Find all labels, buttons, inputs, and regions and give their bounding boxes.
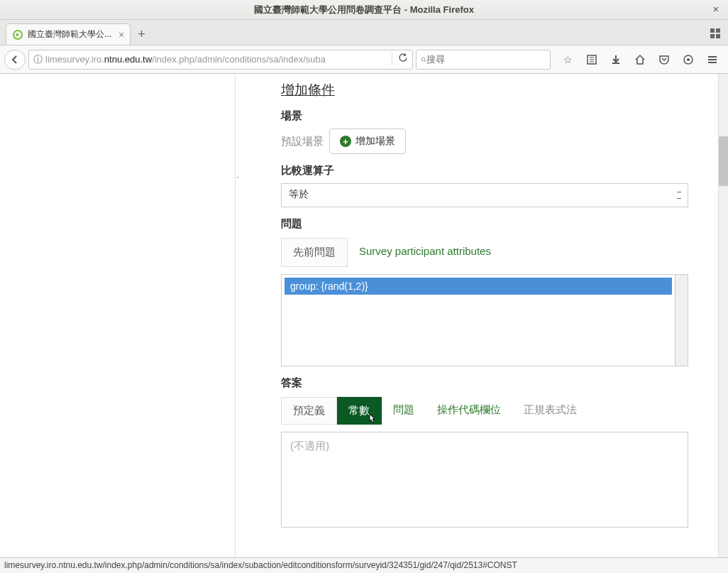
listbox-scrollbar[interactable]	[675, 274, 688, 366]
tab-answer-regex[interactable]: 正規表式法	[512, 397, 588, 425]
answer-placeholder: (不適用)	[290, 440, 329, 452]
reload-button[interactable]	[392, 53, 408, 65]
svg-rect-4	[716, 34, 720, 38]
menu-icon[interactable]	[701, 50, 724, 70]
plus-circle-icon: +	[340, 136, 351, 147]
sidebar-pane	[0, 74, 236, 557]
add-scene-button[interactable]: + 增加場景	[329, 129, 406, 154]
operator-selected-value: 等於	[289, 188, 309, 200]
site-info-icon[interactable]: ⓘ	[33, 53, 43, 66]
scene-label: 場景	[281, 109, 688, 123]
viewport-scrollbar[interactable]	[718, 74, 728, 557]
question-list-item-selected[interactable]: group: {rand(1,2)}	[285, 278, 672, 295]
search-icon	[421, 55, 426, 65]
search-input[interactable]	[426, 54, 546, 65]
svg-point-12	[687, 58, 690, 61]
scrollbar-thumb[interactable]	[719, 136, 728, 186]
new-tab-button[interactable]: +	[138, 27, 145, 45]
close-tab-icon[interactable]: ×	[118, 29, 124, 40]
window-titlebar: 國立臺灣師範大學公用問卷調查平台 - Mozilla Firefox ×	[0, 0, 728, 20]
tab-overflow-icon[interactable]	[710, 28, 721, 39]
search-box[interactable]	[416, 50, 551, 70]
status-bar: limesurvey.iro.ntnu.edu.tw/index.php/adm…	[0, 557, 728, 573]
tab-participant-attributes[interactable]: Survey participant attributes	[348, 238, 502, 267]
favicon-limesurvey-icon	[12, 29, 23, 40]
tab-answer-question[interactable]: 問題	[382, 397, 426, 425]
url-bar[interactable]: ⓘ limesurvey.iro.ntnu.edu.tw/index.php/a…	[28, 50, 413, 70]
browser-tab-active[interactable]: 國立臺灣師範大學公... ×	[6, 23, 131, 45]
reader-view-icon[interactable]	[580, 50, 603, 70]
url-text: limesurvey.iro.ntnu.edu.tw/index.php/adm…	[45, 54, 387, 65]
page-viewport: ⋮ 增加條件 場景 預設場景 + 增加場景 比較運算子 等於 問題 先前問題 S…	[0, 74, 728, 557]
add-scene-label: 增加場景	[355, 135, 395, 148]
answer-label: 答案	[281, 376, 688, 390]
tab-answer-tokenfield[interactable]: 操作代碼欄位	[426, 397, 512, 425]
tab-previous-questions[interactable]: 先前問題	[281, 238, 348, 267]
status-text: limesurvey.iro.ntnu.edu.tw/index.php/adm…	[4, 560, 517, 570]
pocket-icon[interactable]	[653, 50, 675, 70]
back-button[interactable]	[4, 50, 26, 70]
window-title: 國立臺灣師範大學公用問卷調查平台 - Mozilla Firefox	[254, 4, 474, 16]
browser-tab-title: 國立臺灣師範大學公...	[28, 28, 111, 40]
browser-tabstrip: 國立臺灣師範大學公... × +	[0, 20, 728, 45]
browser-navbar: ⓘ limesurvey.iro.ntnu.edu.tw/index.php/a…	[0, 45, 728, 74]
notification-icon[interactable]	[677, 50, 700, 70]
svg-point-5	[421, 58, 425, 61]
main-content: ⋮ 增加條件 場景 預設場景 + 增加場景 比較運算子 等於 問題 先前問題 S…	[236, 74, 728, 557]
question-label: 問題	[281, 217, 688, 231]
tab-answer-predefined[interactable]: 預定義	[281, 397, 337, 425]
svg-rect-3	[710, 34, 715, 38]
add-condition-heading[interactable]: 增加條件	[281, 81, 688, 99]
svg-rect-2	[716, 28, 720, 33]
pane-resize-handle[interactable]: ⋮	[236, 173, 240, 183]
default-scene-text: 預設場景	[281, 135, 324, 148]
svg-rect-1	[710, 28, 715, 33]
window-close-button[interactable]: ×	[710, 3, 722, 16]
home-icon[interactable]	[629, 50, 651, 70]
tab-answer-constant[interactable]: 常數	[337, 397, 382, 425]
bookmark-star-icon[interactable]: ☆	[556, 50, 579, 70]
operator-label: 比較運算子	[281, 164, 688, 178]
answer-constant-textarea[interactable]: (不適用)	[281, 432, 688, 528]
download-icon[interactable]	[605, 50, 627, 70]
operator-select[interactable]: 等於	[281, 183, 688, 207]
question-listbox[interactable]: group: {rand(1,2)}	[281, 274, 675, 366]
